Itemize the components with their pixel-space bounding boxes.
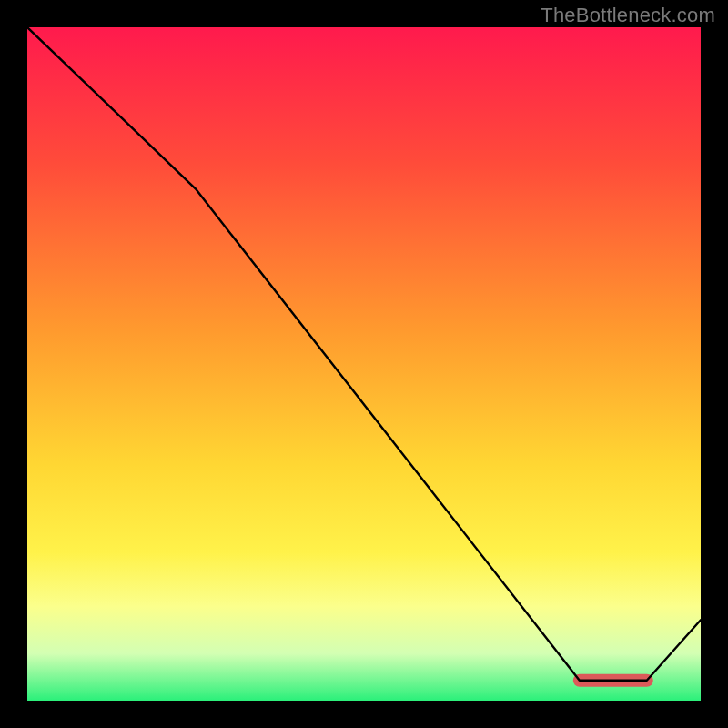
- gradient-background: [27, 27, 701, 701]
- watermark-text: TheBottleneck.com: [541, 4, 715, 27]
- chart-plot: [27, 27, 701, 701]
- chart-frame: TheBottleneck.com: [0, 0, 728, 728]
